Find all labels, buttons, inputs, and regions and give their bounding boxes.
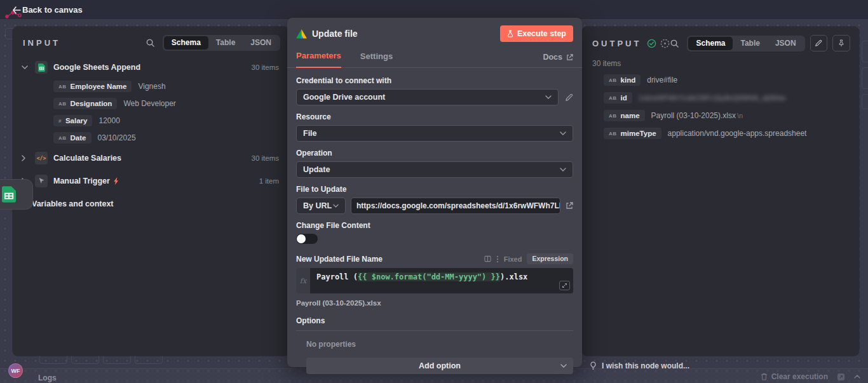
- google-sheets-icon: [35, 61, 48, 74]
- node-name: Manual Trigger: [53, 177, 110, 185]
- credential-label: Credential to connect with: [296, 76, 573, 85]
- kebab-menu-icon[interactable]: [496, 255, 499, 263]
- file-to-update-label: File to Update: [296, 185, 573, 194]
- clear-execution-button[interactable]: Clear execution: [761, 372, 828, 381]
- avatar[interactable]: WF: [8, 363, 23, 378]
- expression-code[interactable]: Payroll ({{ $now.format("dd-MM-yyyy") }}…: [310, 268, 573, 293]
- pencil-icon: [815, 39, 822, 47]
- expression-result-preview: Payroll (03-10-2025).xlsx: [296, 299, 573, 307]
- schema-field[interactable]: ABDate 03/10/2025: [53, 132, 279, 144]
- lightning-bolt-icon: [114, 177, 119, 185]
- chevron-down-icon: [560, 131, 566, 135]
- field-value: Vignesh: [138, 82, 165, 91]
- tab-table[interactable]: Table: [208, 36, 243, 50]
- output-title: OUTPUT: [592, 39, 641, 48]
- chevron-down-icon[interactable]: [22, 65, 32, 69]
- schema-field[interactable]: #Salary 12000: [53, 115, 279, 126]
- field-value: drive#file: [647, 76, 677, 84]
- resource-select[interactable]: File: [296, 125, 573, 142]
- node-name: Google Sheets Append: [53, 63, 140, 72]
- input-title: INPUT: [23, 38, 60, 48]
- field-value: 03/10/2025: [98, 133, 136, 142]
- execute-step-button[interactable]: Execute step: [500, 25, 573, 42]
- input-node-google-sheets-append[interactable]: Google Sheets Append 30 items: [22, 60, 279, 74]
- add-option-button[interactable]: Add option: [306, 358, 573, 374]
- file-mode-select[interactable]: By URL: [296, 198, 346, 214]
- connected-node-peek[interactable]: [0, 179, 33, 210]
- lightbulb-icon: [590, 361, 597, 370]
- number-type-icon: #: [58, 118, 62, 124]
- chat-button[interactable]: [837, 373, 845, 381]
- field-key: kind: [621, 76, 636, 84]
- tab-schema[interactable]: Schema: [688, 37, 733, 50]
- field-value: Payroll (03-10-2025).xlsx: [651, 111, 736, 120]
- tab-parameters[interactable]: Parameters: [296, 47, 341, 68]
- change-file-content-label: Change File Content: [296, 221, 573, 230]
- node-detail-modal: Update file Execute step Parameters Sett…: [287, 18, 582, 367]
- options-label: Options: [296, 316, 573, 325]
- output-field[interactable]: ABkind drive#file: [604, 74, 859, 86]
- credential-select[interactable]: Google Drive account: [296, 89, 559, 105]
- string-type-icon: AB: [58, 101, 67, 107]
- expression-toggle[interactable]: Expression: [527, 253, 573, 264]
- schema-field[interactable]: ABDesignation Web Developer: [53, 98, 279, 109]
- tab-table[interactable]: Table: [733, 37, 767, 50]
- code-node-icon: </>: [35, 152, 48, 165]
- field-key: Designation: [71, 100, 112, 107]
- change-file-content-toggle[interactable]: [296, 234, 318, 244]
- logs-toggle[interactable]: Logs: [38, 373, 57, 382]
- flask-icon: [507, 30, 513, 37]
- input-node-manual-trigger[interactable]: Manual Trigger 1 item: [22, 174, 279, 188]
- search-icon[interactable]: [146, 38, 155, 48]
- operation-select[interactable]: Update: [296, 161, 573, 178]
- output-items-count: 30 items: [582, 58, 859, 73]
- docs-link[interactable]: Docs: [543, 53, 573, 67]
- output-field[interactable]: ABmimeType application/vnd.google-apps.s…: [604, 128, 859, 139]
- input-view-tabs: Schema Table JSON: [163, 35, 280, 51]
- chevron-up-icon: [854, 375, 860, 379]
- tab-schema[interactable]: Schema: [164, 36, 208, 50]
- file-url-input[interactable]: https://docs.google.com/spreadsheets/d/1…: [351, 198, 560, 214]
- tab-json[interactable]: JSON: [243, 36, 279, 50]
- node-items-count: 30 items: [252, 154, 279, 162]
- input-node-variables-context[interactable]: Variables and context: [22, 197, 279, 211]
- fx-gutter: fx: [296, 268, 310, 293]
- tab-settings[interactable]: Settings: [360, 48, 393, 67]
- expression-editor[interactable]: fx Payroll ({{ $now.format("dd-MM-yyyy")…: [296, 268, 573, 293]
- input-node-calculate-salaries[interactable]: </> Calculate Salaries 30 items: [22, 151, 279, 165]
- cursor-icon: [35, 175, 48, 187]
- pin-data-button[interactable]: [832, 35, 850, 51]
- success-check-icon: [647, 39, 656, 48]
- options-section-header: Options: [296, 316, 573, 331]
- app-header: Back to canvas: [0, 0, 868, 19]
- output-field[interactable]: ABname Payroll (03-10-2025).xlsx \n: [604, 110, 859, 121]
- edit-output-button[interactable]: [810, 35, 828, 51]
- expression-token: {{ $now.format("dd-MM-yyyy") }}: [358, 272, 500, 281]
- string-type-icon: AB: [609, 131, 617, 137]
- back-to-canvas-link[interactable]: Back to canvas: [22, 5, 83, 15]
- chevron-down-icon: [545, 95, 552, 99]
- chevron-right-icon[interactable]: [22, 155, 32, 161]
- split-columns-icon[interactable]: [484, 255, 491, 262]
- string-type-icon: AB: [609, 77, 617, 83]
- toggle-knob: [297, 234, 306, 243]
- expand-expression-icon[interactable]: [559, 281, 570, 290]
- edit-credential-icon[interactable]: [565, 93, 573, 102]
- node-feedback-link[interactable]: I wish this node would...: [590, 361, 689, 370]
- pin-icon: [838, 39, 844, 47]
- output-field[interactable]: ABid 1x6rwWFWh7LklkCl9Fl-lZjuBvQ9WNA_dj3…: [604, 92, 859, 104]
- search-icon[interactable]: [670, 39, 679, 48]
- field-value: 12000: [98, 116, 119, 125]
- schema-field[interactable]: ABEmployee Name Vignesh: [53, 81, 279, 92]
- canvas-node-ghost: [862, 41, 868, 62]
- string-type-icon: AB: [609, 113, 617, 119]
- circle-dot-icon[interactable]: [660, 39, 670, 48]
- canvas-node-ghost: [862, 94, 868, 109]
- collapse-logs-button[interactable]: [854, 375, 860, 379]
- resource-label: Resource: [296, 112, 573, 121]
- tab-json[interactable]: JSON: [768, 37, 804, 50]
- open-url-icon[interactable]: [566, 202, 573, 210]
- fixed-toggle[interactable]: Fixed: [504, 255, 522, 263]
- field-key: Date: [71, 134, 86, 142]
- back-arrow-icon[interactable]: [12, 5, 21, 17]
